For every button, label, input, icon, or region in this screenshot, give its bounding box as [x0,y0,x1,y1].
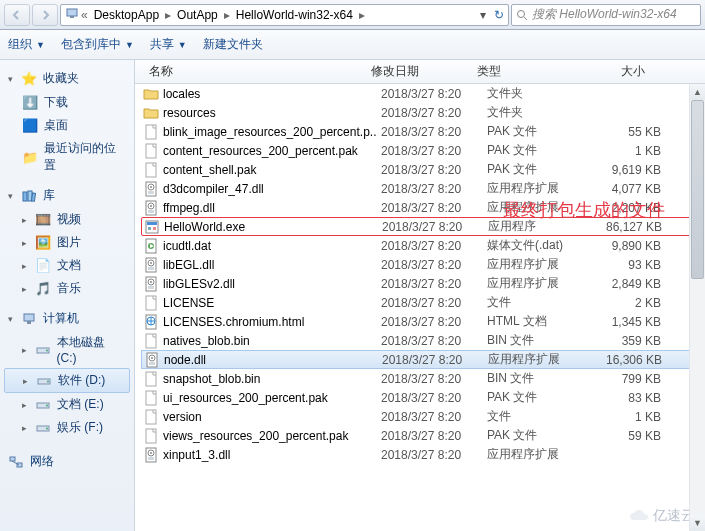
sidebar-item-drive[interactable]: ▸ 文档 (E:) [0,393,134,416]
expand-icon: ▸ [23,376,28,386]
svg-rect-32 [147,222,157,225]
column-name[interactable]: 名称 [143,63,365,80]
search-input[interactable]: 搜索 HelloWorld-win32-x64 [511,4,701,26]
sidebar-header-label: 收藏夹 [43,70,79,87]
svg-rect-61 [148,457,154,460]
file-row[interactable]: natives_blob.bin 2018/3/27 8:20 BIN 文件 3… [141,331,699,350]
sidebar-item-label: 本地磁盘 (C:) [57,334,126,365]
file-row[interactable]: libEGL.dll 2018/3/27 8:20 应用程序扩展 93 KB [141,255,699,274]
sidebar-item-library[interactable]: ▸ 🎵 音乐 [0,277,134,300]
file-row[interactable]: xinput1_3.dll 2018/3/27 8:20 应用程序扩展 [141,445,699,464]
computer-icon [65,6,79,23]
file-row[interactable]: views_resources_200_percent.pak 2018/3/2… [141,426,699,445]
sidebar-favorites-header[interactable]: ▾ ⭐ 收藏夹 [0,66,134,91]
share-menu[interactable]: 共享 ▼ [150,36,187,53]
new-folder-button[interactable]: 新建文件夹 [203,36,263,53]
chevron-right-icon: ▸ [224,8,230,22]
file-list: locales 2018/3/27 8:20 文件夹 resources 201… [135,84,705,464]
file-row[interactable]: blink_image_resources_200_percent.p.. 20… [141,122,699,141]
forward-button[interactable] [32,4,58,26]
sidebar-item-drive[interactable]: ▸ 软件 (D:) [4,368,130,393]
file-name: ffmpeg.dll [163,201,381,215]
file-icon [143,314,159,330]
file-date: 2018/3/27 8:20 [382,220,488,234]
sidebar-item-drive[interactable]: ▸ 娱乐 (F:) [0,416,134,439]
svg-rect-54 [146,372,156,386]
expand-icon: ▸ [22,345,27,355]
file-row[interactable]: LICENSES.chromium.html 2018/3/27 8:20 HT… [141,312,699,331]
drive-icon [35,420,51,436]
file-row[interactable]: locales 2018/3/27 8:20 文件夹 [141,84,699,103]
sidebar-computer-header[interactable]: ▾ 计算机 [0,306,134,331]
svg-point-16 [46,427,48,429]
file-row[interactable]: LICENSE 2018/3/27 8:20 文件 2 KB [141,293,699,312]
organize-menu[interactable]: 组织 ▼ [8,36,45,53]
file-row[interactable]: d3dcompiler_47.dll 2018/3/27 8:20 应用程序扩展… [141,179,699,198]
file-row[interactable]: content_shell.pak 2018/3/27 8:20 PAK 文件 … [141,160,699,179]
file-size: 93 KB [587,258,667,272]
file-row[interactable]: snapshot_blob.bin 2018/3/27 8:20 BIN 文件 … [141,369,699,388]
sidebar-item-favorite[interactable]: ⬇️ 下载 [0,91,134,114]
file-row[interactable]: version 2018/3/27 8:20 文件 1 KB [141,407,699,426]
vertical-scrollbar[interactable]: ▲ ▼ [689,84,705,531]
file-date: 2018/3/27 8:20 [381,334,487,348]
sidebar-item-favorite[interactable]: 🟦 桌面 [0,114,134,137]
back-button[interactable] [4,4,30,26]
file-date: 2018/3/27 8:20 [381,125,487,139]
file-type: PAK 文件 [487,161,587,178]
sidebar-item-library[interactable]: ▸ 🖼️ 图片 [0,231,134,254]
svg-rect-0 [67,9,77,16]
file-row[interactable]: libGLESv2.dll 2018/3/27 8:20 应用程序扩展 2,84… [141,274,699,293]
refresh-icon[interactable]: ↻ [494,8,504,22]
sidebar-item-library[interactable]: ▸ 🎞️ 视频 [0,208,134,231]
file-name: version [163,410,381,424]
scroll-down-icon[interactable]: ▼ [690,515,705,531]
svg-point-14 [46,404,48,406]
file-row[interactable]: ffmpeg.dll 2018/3/27 8:20 应用程序扩展 2,207 K… [141,198,699,217]
column-date[interactable]: 修改日期 [365,63,471,80]
breadcrumb-segment[interactable]: OutApp [173,8,222,22]
library-item-icon: 🎵 [35,281,51,297]
file-name: libEGL.dll [163,258,381,272]
file-size: 2,207 KB [587,201,667,215]
file-date: 2018/3/27 8:20 [381,144,487,158]
search-placeholder: 搜索 HelloWorld-win32-x64 [532,6,677,23]
sidebar-item-drive[interactable]: ▸ 本地磁盘 (C:) [0,331,134,368]
scroll-up-icon[interactable]: ▲ [690,84,705,100]
breadcrumb-segment[interactable]: HelloWorld-win32-x64 [232,8,357,22]
breadcrumb-segment[interactable]: DesktopApp [90,8,163,22]
file-row[interactable]: HelloWorld.exe 2018/3/27 8:20 应用程序 86,12… [141,217,699,236]
sidebar-network-header[interactable]: 网络 [0,449,134,474]
sidebar-item-label: 图片 [57,234,81,251]
breadcrumb[interactable]: « DesktopApp ▸ OutApp ▸ HelloWorld-win32… [60,4,509,26]
include-library-menu[interactable]: 包含到库中 ▼ [61,36,134,53]
file-date: 2018/3/27 8:20 [381,448,487,462]
scroll-thumb[interactable] [691,100,704,279]
sidebar-item-label: 娱乐 (F:) [57,419,103,436]
file-size: 2 KB [587,296,667,310]
file-row[interactable]: icudtl.dat 2018/3/27 8:20 媒体文件(.dat) 9,8… [141,236,699,255]
svg-point-2 [518,10,525,17]
file-date: 2018/3/27 8:20 [381,106,487,120]
file-name: icudtl.dat [163,239,381,253]
chevron-right-icon: ▸ [359,8,365,22]
file-row[interactable]: content_resources_200_percent.pak 2018/3… [141,141,699,160]
forward-arrow-icon [39,9,51,21]
column-type[interactable]: 类型 [471,63,571,80]
file-row[interactable]: node.dll 2018/3/27 8:20 应用程序扩展 16,306 KB [141,350,699,369]
file-row[interactable]: ui_resources_200_percent.pak 2018/3/27 8… [141,388,699,407]
computer-icon [21,311,37,327]
library-icon [21,188,37,204]
file-icon [143,276,159,292]
sidebar-item-library[interactable]: ▸ 📄 文档 [0,254,134,277]
svg-rect-56 [146,410,156,424]
dropdown-icon[interactable]: ▾ [480,8,486,22]
sidebar-libraries-header[interactable]: ▾ 库 [0,183,134,208]
column-size[interactable]: 大小 [571,63,651,80]
sidebar-item-favorite[interactable]: 📁 最近访问的位置 [0,137,134,177]
file-size: 86,127 KB [588,220,668,234]
organize-label: 组织 [8,36,32,53]
chevron-down-icon: ▼ [36,40,45,50]
file-row[interactable]: resources 2018/3/27 8:20 文件夹 [141,103,699,122]
file-name: resources [163,106,381,120]
